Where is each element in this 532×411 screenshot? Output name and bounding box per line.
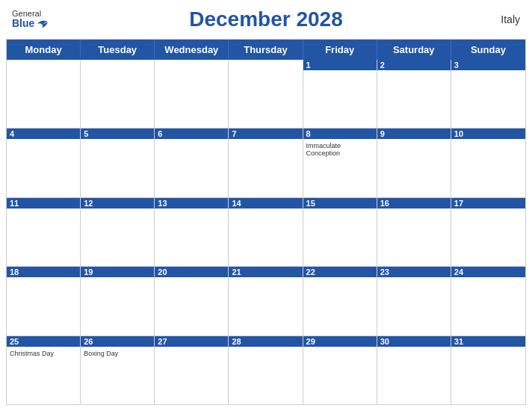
day-cell: 21 xyxy=(229,267,303,335)
logo-blue-text: Blue xyxy=(12,18,49,29)
day-number: 20 xyxy=(155,267,228,277)
logo-bird-icon xyxy=(36,19,49,29)
day-cell: 12 xyxy=(81,198,155,266)
day-cell xyxy=(81,60,155,128)
day-number: 22 xyxy=(303,267,377,277)
day-header-wednesday: Wednesday xyxy=(155,40,229,60)
day-number: 10 xyxy=(451,129,525,139)
week-row: 45678Immaculate Conception910 xyxy=(7,129,525,197)
day-number: 25 xyxy=(7,336,80,347)
day-number: 6 xyxy=(155,129,228,139)
day-number: 26 xyxy=(81,336,154,347)
day-header-tuesday: Tuesday xyxy=(81,40,155,60)
day-cell: 4 xyxy=(7,129,81,197)
day-header-sunday: Sunday xyxy=(451,40,525,60)
calendar: MondayTuesdayWednesdayThursdayFridaySatu… xyxy=(6,39,526,405)
day-number: 1 xyxy=(303,60,377,70)
day-cell: 19 xyxy=(81,267,155,335)
day-cell: 13 xyxy=(155,198,229,266)
day-header-friday: Friday xyxy=(303,40,377,60)
day-number: 30 xyxy=(377,336,451,347)
day-number: 19 xyxy=(81,267,154,277)
day-number: 17 xyxy=(451,198,525,208)
day-number: 16 xyxy=(377,198,451,208)
logo: General Blue xyxy=(12,9,49,29)
holiday-label: Boxing Day xyxy=(84,350,151,357)
day-cell: 31 xyxy=(451,336,525,404)
day-header-thursday: Thursday xyxy=(229,40,303,60)
day-number: 2 xyxy=(377,60,451,70)
day-cell: 10 xyxy=(451,129,525,197)
week-row: 18192021222324 xyxy=(7,267,525,336)
country-label: Italy xyxy=(501,13,520,25)
day-cell: 15 xyxy=(303,198,377,266)
day-cell: 18 xyxy=(7,267,81,335)
day-number: 14 xyxy=(229,198,302,208)
holiday-label: Immaculate Conception xyxy=(306,142,374,157)
day-cell xyxy=(229,60,303,128)
day-number: 3 xyxy=(451,60,525,70)
day-cell: 8Immaculate Conception xyxy=(303,129,377,197)
day-cell: 1 xyxy=(303,60,377,128)
day-number: 29 xyxy=(303,336,377,347)
day-number: 21 xyxy=(229,267,302,277)
weeks-container: 12345678Immaculate Conception91011121314… xyxy=(7,60,525,404)
day-number: 18 xyxy=(7,267,80,277)
day-cell: 27 xyxy=(155,336,229,404)
day-cell: 3 xyxy=(451,60,525,128)
day-cell: 28 xyxy=(229,336,303,404)
day-number: 4 xyxy=(7,129,80,139)
week-row: 123 xyxy=(7,60,525,129)
day-cell: 26Boxing Day xyxy=(81,336,155,404)
day-cell: 11 xyxy=(7,198,81,266)
day-number: 12 xyxy=(81,198,154,208)
day-number: 24 xyxy=(451,267,525,277)
day-number: 27 xyxy=(155,336,228,347)
holiday-label: Christmas Day xyxy=(10,350,77,357)
day-number: 15 xyxy=(303,198,377,208)
day-cell: 16 xyxy=(377,198,451,266)
day-number: 28 xyxy=(229,336,302,347)
day-cell: 14 xyxy=(229,198,303,266)
day-cell: 25Christmas Day xyxy=(7,336,81,404)
page-title: December 2028 xyxy=(189,7,342,31)
day-cell: 23 xyxy=(377,267,451,335)
day-cell xyxy=(155,60,229,128)
day-cell: 22 xyxy=(303,267,377,335)
day-number: 23 xyxy=(377,267,451,277)
day-headers: MondayTuesdayWednesdayThursdayFridaySatu… xyxy=(7,40,525,60)
day-number: 31 xyxy=(451,336,525,347)
day-number: 8 xyxy=(303,129,377,139)
week-row: 11121314151617 xyxy=(7,198,525,267)
day-cell xyxy=(7,60,81,128)
day-cell: 5 xyxy=(81,129,155,197)
day-cell: 30 xyxy=(377,336,451,404)
day-cell: 20 xyxy=(155,267,229,335)
day-header-monday: Monday xyxy=(7,40,81,60)
day-cell: 29 xyxy=(303,336,377,404)
day-header-saturday: Saturday xyxy=(377,40,451,60)
day-number: 11 xyxy=(7,198,80,208)
day-cell: 9 xyxy=(377,129,451,197)
day-cell: 7 xyxy=(229,129,303,197)
day-cell: 24 xyxy=(451,267,525,335)
day-cell: 6 xyxy=(155,129,229,197)
day-cell: 2 xyxy=(377,60,451,128)
day-number: 7 xyxy=(229,129,302,139)
day-number: 9 xyxy=(377,129,451,139)
week-row: 25Christmas Day26Boxing Day2728293031 xyxy=(7,336,525,404)
day-number: 5 xyxy=(81,129,154,139)
calendar-header: General Blue December 2028 Italy xyxy=(0,0,532,39)
day-number: 13 xyxy=(155,198,228,208)
day-cell: 17 xyxy=(451,198,525,266)
